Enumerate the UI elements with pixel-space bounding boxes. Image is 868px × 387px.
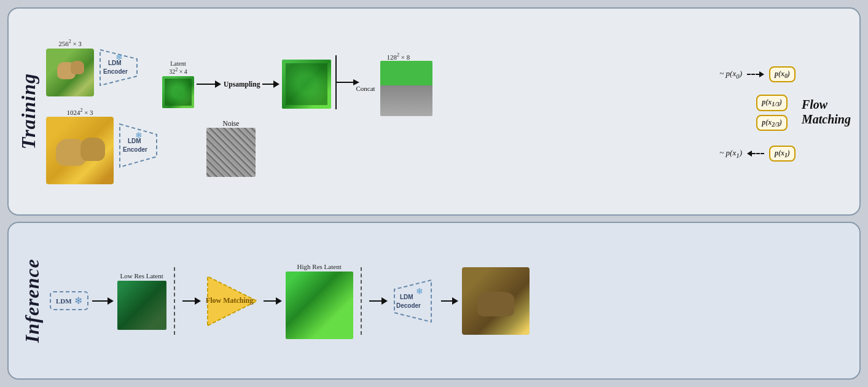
- arrow-to-upsample: [197, 80, 221, 88]
- svg-marker-11: [353, 79, 359, 85]
- sim-x0: ~ p(x0): [719, 69, 742, 80]
- snowflake-icon: ❄: [74, 295, 82, 307]
- prob-box-x13: p(x1/3): [756, 95, 788, 111]
- svg-text:❄: ❄: [135, 131, 143, 140]
- high-res-label: High Res Latent: [297, 263, 342, 270]
- bottom-input-dim: 10242 × 3: [66, 108, 93, 116]
- low-res-latent: [117, 281, 166, 330]
- sim-x1: ~ p(x1): [719, 148, 742, 159]
- ldm-label: LDM: [56, 297, 72, 305]
- noise-image: [206, 128, 256, 177]
- latent-dim-label: Latent322 × 4: [169, 60, 187, 75]
- high-res-latent: [286, 272, 353, 339]
- inference-content: LDM ❄ Low Res Latent Flow Matching: [50, 263, 847, 339]
- arrow-from-upsample: [262, 80, 280, 88]
- prob-box-x0: p(x0): [769, 66, 796, 82]
- flow-triangle-label: Flow Matching: [206, 296, 254, 305]
- prob-box-x23: p(x2/3): [756, 115, 788, 131]
- bottom-input-image: [46, 117, 114, 184]
- svg-text:Encoder: Encoder: [123, 146, 147, 153]
- upsampling-label: Upsampling: [224, 80, 260, 88]
- svg-text:❄: ❄: [416, 287, 423, 296]
- top-input-dim: 2562 × 3: [58, 39, 82, 47]
- flow-matching-triangle: Flow Matching: [205, 273, 260, 329]
- svg-text:Encoder: Encoder: [103, 68, 128, 75]
- arrow-flow-to-highres: [264, 297, 282, 305]
- divider-right: [361, 267, 362, 335]
- arrow-latent-to-flow: [182, 297, 201, 305]
- concat-dim-label: 1282 × 8: [386, 52, 410, 61]
- flow-matching-label: FlowMatching: [802, 97, 851, 127]
- svg-text:Decoder: Decoder: [396, 302, 421, 309]
- training-panel: Training 2562 × 3 LDM Encoder ❄ 10242 ×: [7, 7, 861, 216]
- svg-text:LDM: LDM: [400, 294, 413, 300]
- arrow-to-px1: [747, 150, 764, 157]
- training-label: Training: [17, 73, 40, 149]
- prob-box-x1: p(x1): [769, 146, 796, 162]
- arrow-to-px0: [747, 71, 764, 77]
- svg-marker-13: [394, 280, 431, 322]
- noise-label: Noise: [223, 120, 240, 127]
- arrow-ldm-to-latent: [92, 297, 114, 305]
- output-image: [462, 267, 530, 335]
- svg-text:❄: ❄: [115, 53, 123, 62]
- arrow-decoder-to-output: [441, 297, 458, 305]
- inference-label: Inference: [21, 259, 44, 343]
- latent-medium: [282, 60, 331, 109]
- low-res-label: Low Res Latent: [120, 272, 163, 280]
- divider-left: [174, 267, 175, 335]
- inference-panel: Inference LDM ❄ Low Res Latent: [7, 222, 861, 380]
- arrow-highres-to-decoder: [369, 297, 388, 305]
- concat-result: [380, 61, 432, 116]
- latent-small: [162, 76, 194, 108]
- top-input-image: [46, 49, 94, 96]
- ldm-box: LDM ❄: [50, 291, 88, 310]
